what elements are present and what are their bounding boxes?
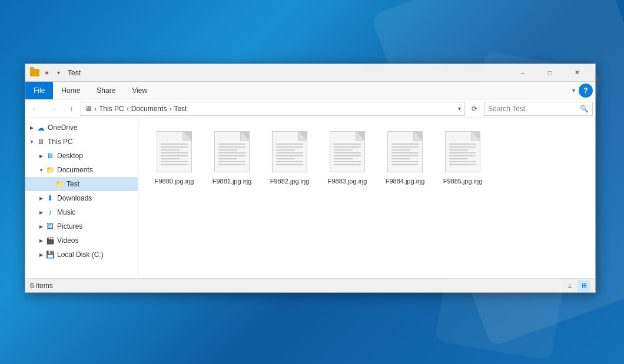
nav-back-button[interactable]: ← bbox=[28, 101, 44, 117]
expand-arrow-downloads: ▶ bbox=[37, 194, 45, 202]
sidebar-label-localdisk: Local Disk (C:) bbox=[57, 251, 104, 259]
sidebar-label-documents: Documents bbox=[57, 166, 93, 174]
tile-view-button[interactable]: ⊞ bbox=[577, 280, 590, 292]
file-item[interactable]: F9883.jpg.irjg bbox=[321, 128, 374, 189]
breadcrumb[interactable]: 🖥 › This PC › Documents › Test ▾ bbox=[81, 102, 465, 116]
sidebar-item-documents[interactable]: ▼ 📁 Documents bbox=[25, 163, 138, 177]
search-icon: 🔍 bbox=[580, 105, 589, 113]
sidebar-item-onedrive[interactable]: ▶ ☁ OneDrive bbox=[25, 121, 138, 135]
breadcrumb-documents[interactable]: Documents bbox=[131, 105, 167, 113]
sidebar-label-thispc: This PC bbox=[48, 138, 73, 146]
sidebar-item-music[interactable]: ▶ ♪ Music bbox=[25, 205, 138, 219]
videos-icon: 🎬 bbox=[45, 236, 55, 245]
window-controls: – □ ✕ bbox=[509, 64, 590, 82]
file-item[interactable]: F9882.jpg.irjg bbox=[263, 128, 316, 189]
title-bar: ★ ▾ Test – □ ✕ bbox=[25, 64, 595, 82]
sidebar-item-pictures[interactable]: ▶ 🖼 Pictures bbox=[25, 219, 138, 233]
expand-arrow-documents: ▼ bbox=[37, 166, 45, 174]
expand-arrow-desktop: ▶ bbox=[37, 152, 45, 160]
expand-arrow-music: ▶ bbox=[37, 208, 45, 216]
window-title: Test bbox=[68, 69, 509, 77]
title-star-icon: ★ bbox=[42, 68, 51, 78]
breadcrumb-test[interactable]: Test bbox=[174, 105, 187, 113]
menu-bar: File Home Share View ▾ ? bbox=[25, 82, 595, 99]
sidebar-label-pictures: Pictures bbox=[57, 222, 82, 231]
sidebar-item-desktop[interactable]: ▶ 🖥 Desktop bbox=[25, 149, 138, 163]
minimize-button[interactable]: – bbox=[509, 64, 536, 82]
title-folder-icon bbox=[30, 68, 39, 78]
breadcrumb-thispc[interactable]: This PC bbox=[99, 105, 124, 113]
file-area: F9880.jpg.irjgF9881.jpg.irjgF9882.jpg.ir… bbox=[138, 118, 595, 278]
list-view-button[interactable]: ≡ bbox=[563, 280, 576, 292]
onedrive-icon: ☁ bbox=[36, 123, 45, 132]
main-area: ▶ ☁ OneDrive ▼ 🖥 This PC ▶ 🖥 Desktop ▼ 📁… bbox=[25, 118, 595, 278]
file-name: F9882.jpg.irjg bbox=[270, 177, 310, 185]
sidebar-label-music: Music bbox=[57, 208, 75, 216]
file-name: F9885.jpg.irjg bbox=[443, 177, 483, 185]
title-icons: ★ ▾ bbox=[30, 68, 63, 78]
sidebar-label-downloads: Downloads bbox=[57, 194, 92, 202]
search-input[interactable] bbox=[488, 105, 580, 113]
sidebar-item-thispc[interactable]: ▼ 🖥 This PC bbox=[25, 135, 138, 149]
file-icon bbox=[444, 131, 482, 175]
address-bar: ← → ↑ 🖥 › This PC › Documents › Test ▾ ⟳… bbox=[25, 99, 595, 118]
pictures-icon: 🖼 bbox=[45, 222, 55, 231]
file-icon bbox=[271, 131, 308, 175]
music-icon: ♪ bbox=[45, 208, 55, 217]
file-item[interactable]: F9881.jpg.irjg bbox=[205, 128, 258, 189]
downloads-icon: ⬇ bbox=[45, 193, 55, 203]
documents-icon: 📁 bbox=[45, 165, 55, 175]
nav-forward-button[interactable]: → bbox=[45, 101, 62, 117]
menu-file[interactable]: File bbox=[25, 82, 53, 99]
expand-arrow-onedrive: ▶ bbox=[28, 123, 36, 132]
title-arrow-icon: ▾ bbox=[54, 68, 63, 78]
expand-arrow-videos: ▶ bbox=[37, 236, 45, 245]
file-icon bbox=[155, 131, 193, 175]
file-name: F9881.jpg.irjg bbox=[213, 177, 252, 185]
menu-share[interactable]: Share bbox=[88, 82, 124, 99]
localdisk-icon: 💾 bbox=[45, 250, 55, 259]
sidebar-item-localdisk[interactable]: ▶ 💾 Local Disk (C:) bbox=[25, 248, 138, 262]
file-icon bbox=[386, 131, 424, 175]
file-item[interactable]: F9884.jpg.irjg bbox=[379, 128, 432, 189]
sidebar-label-videos: Videos bbox=[57, 236, 78, 245]
menu-view[interactable]: View bbox=[124, 82, 155, 99]
refresh-button[interactable]: ⟳ bbox=[466, 101, 483, 117]
expand-arrow-localdisk: ▶ bbox=[37, 251, 45, 259]
breadcrumb-dropdown[interactable]: ▾ bbox=[458, 105, 461, 112]
file-name: F9880.jpg.irjg bbox=[155, 177, 194, 185]
file-item[interactable]: F9885.jpg.irjg bbox=[436, 128, 489, 189]
menu-chevron[interactable]: ▾ bbox=[569, 82, 579, 99]
file-name: F9883.jpg.irjg bbox=[328, 177, 367, 185]
breadcrumb-pc-icon: 🖥 bbox=[85, 105, 92, 113]
file-explorer-window: ★ ▾ Test – □ ✕ File Home Share View ▾ ? … bbox=[25, 64, 596, 293]
expand-arrow-thispc: ▼ bbox=[28, 138, 36, 146]
menu-help[interactable]: ? bbox=[579, 84, 593, 98]
sidebar-label-test: Test bbox=[67, 180, 79, 188]
sidebar-label-desktop: Desktop bbox=[57, 152, 83, 160]
nav-up-button[interactable]: ↑ bbox=[63, 101, 79, 117]
file-name: F9884.jpg.irjg bbox=[386, 177, 425, 185]
file-icon bbox=[213, 131, 251, 175]
sidebar-label-onedrive: OneDrive bbox=[48, 123, 78, 132]
sidebar-item-test[interactable]: 📁 Test bbox=[25, 177, 138, 191]
desktop-icon: 🖥 bbox=[45, 151, 55, 161]
file-icon bbox=[328, 131, 366, 175]
test-folder-icon: 📁 bbox=[55, 179, 64, 189]
close-button[interactable]: ✕ bbox=[563, 64, 590, 82]
thispc-icon: 🖥 bbox=[36, 137, 45, 146]
sidebar: ▶ ☁ OneDrive ▼ 🖥 This PC ▶ 🖥 Desktop ▼ 📁… bbox=[25, 118, 138, 278]
status-bar: 6 items ≡ ⊞ bbox=[25, 278, 595, 292]
expand-arrow-test bbox=[47, 180, 55, 188]
search-box[interactable]: 🔍 bbox=[484, 102, 593, 116]
sidebar-item-videos[interactable]: ▶ 🎬 Videos bbox=[25, 233, 138, 248]
maximize-button[interactable]: □ bbox=[536, 64, 563, 82]
sidebar-item-downloads[interactable]: ▶ ⬇ Downloads bbox=[25, 191, 138, 205]
expand-arrow-pictures: ▶ bbox=[37, 222, 45, 231]
view-buttons: ≡ ⊞ bbox=[563, 280, 590, 292]
item-count: 6 items bbox=[30, 282, 563, 290]
menu-home[interactable]: Home bbox=[53, 82, 88, 99]
file-item[interactable]: F9880.jpg.irjg bbox=[148, 128, 201, 189]
